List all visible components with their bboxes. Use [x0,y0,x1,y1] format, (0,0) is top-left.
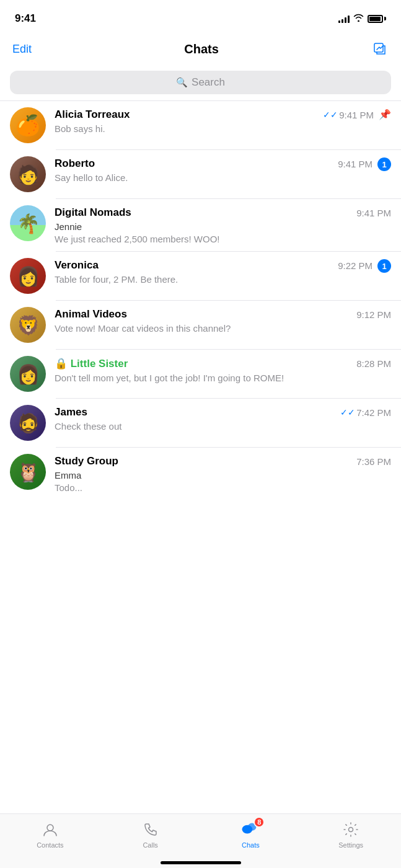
pin-icon: 📌 [379,108,391,120]
signal-icon [338,14,350,23]
chat-time: 8:28 PM [356,358,391,369]
edit-button[interactable]: Edit [12,43,32,56]
chat-name: 🔒 Little Sister [55,357,128,370]
chat-time-container: ✓✓7:42 PM [340,407,391,418]
chat-time-container: 8:28 PM [356,358,391,369]
avatar-veronica: 👩 [10,258,46,294]
chat-name: Roberto [55,157,95,170]
tab-settings[interactable]: Settings [301,820,401,849]
wifi-icon [353,14,364,24]
svg-point-4 [349,828,353,832]
chat-meta: 1 [377,258,391,273]
battery-icon [368,15,386,23]
chat-item-alicia[interactable]: 🍊 Alicia Torreaux ✓✓9:41 PM Bob says hi.… [0,101,401,149]
chat-preview: Table for four, 2 PM. Be there. [55,273,372,286]
home-indicator [161,861,241,864]
chat-meta: 1 [377,156,391,171]
search-icon: 🔍 [176,77,188,88]
chats-icon: 8 [241,820,260,839]
chat-time-container: 7:36 PM [356,456,391,467]
calls-label: Calls [143,841,157,849]
compose-button[interactable] [371,40,389,58]
chat-content: Roberto 9:41 PM Say hello to Alice. [55,156,372,184]
tab-chats[interactable]: 8 Chats [201,820,301,849]
search-placeholder: Search [192,76,225,89]
status-time: 9:41 [15,12,36,25]
status-icons [338,14,386,24]
avatar-roberto: 🧑 [10,156,46,192]
chat-time-container: 9:12 PM [356,309,391,320]
double-check-icon: ✓✓ [323,110,338,120]
settings-label: Settings [338,841,363,849]
chat-content: James ✓✓7:42 PM Check these out [55,405,391,433]
tab-calls[interactable]: Calls [100,820,201,849]
avatar-james: 🧔 [10,405,46,441]
avatar-study: 🦉 [10,454,46,490]
contacts-label: Contacts [37,841,63,849]
chat-item-study[interactable]: 🦉 Study Group 7:36 PM EmmaTodo... [0,448,401,500]
search-bar-container: 🔍 Search [0,67,401,100]
chat-name: Study Group [55,455,118,467]
avatar-nomads: 🌴 [10,205,46,241]
chat-time: 9:41 PM [338,159,372,169]
chat-item-roberto[interactable]: 🧑 Roberto 9:41 PM Say hello to Alice. 1 [0,150,401,198]
chat-preview: Vote now! Moar cat videos in this channe… [55,322,391,335]
chat-name: Veronica [55,259,99,272]
chat-time-container: 9:22 PM [338,260,372,271]
chat-name: James [55,406,87,418]
search-bar[interactable]: 🔍 Search [10,71,391,94]
chat-badge: 8 [253,817,265,828]
chat-name: Alicia Torreaux [55,108,130,121]
chat-header: Digital Nomads 9:41 PM [55,206,391,219]
chat-content: Digital Nomads 9:41 PM JennieWe just rea… [55,205,391,245]
avatar-sister: 👩 [10,356,46,392]
chat-preview: Bob says hi. [55,123,374,135]
settings-icon [342,820,360,839]
tab-contacts[interactable]: Contacts [0,820,100,849]
chat-header: 🔒 Little Sister 8:28 PM [55,357,391,370]
calls-icon [141,820,160,839]
chat-time: 7:42 PM [356,407,391,418]
chat-time: 9:41 PM [356,208,391,218]
tab-bar: Contacts Calls 8 Chats [0,813,401,868]
chat-header: Study Group 7:36 PM [55,455,391,467]
chat-content: Alicia Torreaux ✓✓9:41 PM Bob says hi. [55,107,374,135]
chat-item-nomads[interactable]: 🌴 Digital Nomads 9:41 PM JennieWe just r… [0,199,401,251]
nav-bar: Edit Chats [0,33,401,67]
contacts-icon [41,820,59,839]
chat-time-container: 9:41 PM [356,208,391,218]
chat-preview: Check these out [55,420,391,433]
page-title: Chats [184,42,219,56]
chat-content: Study Group 7:36 PM EmmaTodo... [55,454,391,494]
chat-item-veronica[interactable]: 👩 Veronica 9:22 PM Table for four, 2 PM.… [0,252,401,300]
chat-time: 9:22 PM [338,260,372,271]
status-bar: 9:41 [0,0,401,33]
unread-badge: 1 [377,259,391,273]
chat-meta: 📌 [379,107,391,120]
double-check-icon: ✓✓ [340,407,355,417]
chat-item-james[interactable]: 🧔 James ✓✓7:42 PM Check these out [0,399,401,447]
chat-time-container: 9:41 PM [338,159,372,169]
chat-time: 7:36 PM [356,456,391,467]
chat-header: James ✓✓7:42 PM [55,406,391,418]
chat-content: 🔒 Little Sister 8:28 PM Don't tell mom y… [55,356,391,384]
chat-item-animal[interactable]: 🦁 Animal Videos 9:12 PM Vote now! Moar c… [0,301,401,349]
chat-time-container: ✓✓9:41 PM [323,110,374,120]
chat-name: Animal Videos [55,308,127,321]
svg-point-1 [47,825,53,831]
chats-label: Chats [242,841,260,849]
chat-preview: Don't tell mom yet, but I got the job! I… [55,372,391,384]
chat-list: 🍊 Alicia Torreaux ✓✓9:41 PM Bob says hi.… [0,101,401,500]
chat-preview: EmmaTodo... [55,469,391,494]
chat-header: Animal Videos 9:12 PM [55,308,391,321]
chat-content: Animal Videos 9:12 PM Vote now! Moar cat… [55,307,391,335]
chat-header: Alicia Torreaux ✓✓9:41 PM [55,108,374,121]
chat-preview: JennieWe just reached 2,500 members! WOO… [55,221,391,245]
chat-content: Veronica 9:22 PM Table for four, 2 PM. B… [55,258,372,286]
chat-time: 9:41 PM [339,110,374,120]
avatar-animal: 🦁 [10,307,46,343]
avatar-alicia: 🍊 [10,107,46,143]
chat-item-sister[interactable]: 👩 🔒 Little Sister 8:28 PM Don't tell mom… [0,350,401,398]
chat-preview: Say hello to Alice. [55,172,372,184]
chat-time: 9:12 PM [356,309,391,320]
